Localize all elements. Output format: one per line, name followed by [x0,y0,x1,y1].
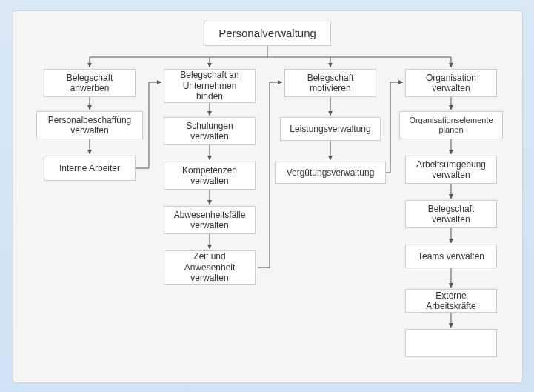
connector-layer [13,11,522,382]
node-col4-item-3: Teams verwalten [405,245,497,268]
node-col3-item-0: Leistungsverwaltung [280,117,381,141]
node-col4-item-2: Belegschaft verwalten [405,200,497,228]
node-root: Personalverwaltung [204,21,331,46]
node-col2-item-1: Kompetenzen verwalten [164,162,256,190]
node-col4-item-4: Externe Arbeitskräfte [405,289,497,313]
node-col3-head: Belegschaft motivieren [284,69,376,97]
node-col4-item-0: Organisationselemente planen [399,111,503,139]
diagram-panel: Personalverwaltung Belegschaft anwerben … [13,10,523,383]
node-col4-item-1: Arbeitsumgebung verwalten [405,156,497,184]
node-col2-item-2: Abwesenheitsfälle verwalten [164,206,256,234]
node-col4-head: Organisation verwalten [405,69,497,97]
node-col1-item-0: Personalbeschaffung verwalten [36,111,143,139]
node-col1-head: Belegschaft anwerben [44,69,136,97]
node-col2-item-0: Schulungen verwalten [164,117,256,145]
node-col3-item-1: Vergütungsverwaltung [275,162,386,184]
node-col2-item-3: Zeit und Anwesenheit verwalten [164,250,256,285]
node-col1-item-1: Interne Arbeiter [44,156,136,181]
node-col2-head: Belegschaft an Unternehmen binden [164,69,256,103]
node-col4-item-5 [405,329,497,357]
